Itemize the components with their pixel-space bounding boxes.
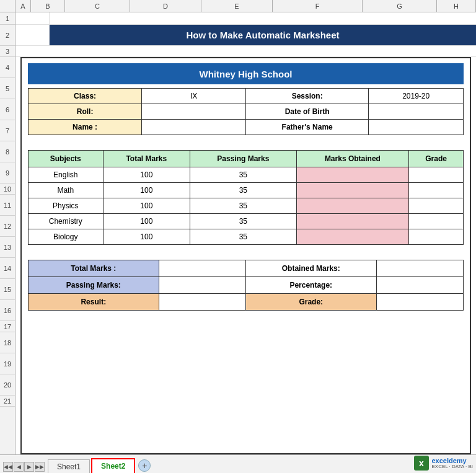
passing-biology: 35 (190, 229, 297, 245)
row-num-7: 7 (0, 120, 15, 141)
grade-chemistry[interactable] (409, 214, 464, 229)
tab-sheet2[interactable]: Sheet2 (91, 458, 135, 473)
col-subjects: Subjects (29, 151, 104, 167)
tab-nav-next[interactable]: ▶ (24, 462, 34, 472)
obtained-physics[interactable] (296, 198, 409, 214)
row-num-6: 6 (0, 99, 15, 120)
session-value: 2019-20 (369, 89, 464, 104)
marks-row-biology: Biology 100 35 (29, 229, 464, 245)
total-marks-label: Total Marks : (29, 260, 159, 277)
grade-biology[interactable] (409, 229, 464, 245)
percentage-value[interactable] (376, 277, 463, 294)
row-num-11: 11 (0, 195, 15, 216)
subject-biology: Biology (29, 229, 104, 245)
logo-icon: x (414, 456, 429, 471)
obtained-chemistry[interactable] (296, 214, 409, 229)
page-title: How to Make Automatic Marksheet (187, 30, 340, 40)
add-tab-button[interactable]: + (138, 459, 151, 472)
col-marks-obtained: Marks Obtained (296, 151, 409, 167)
marks-row-physics: Physics 100 35 (29, 198, 464, 214)
total-physics: 100 (103, 198, 190, 214)
passing-math: 35 (190, 183, 297, 198)
roll-value (142, 104, 246, 120)
row-num-17: 17 (0, 321, 15, 332)
row-numbers: 1 2 3 4 5 6 7 8 9 10 11 12 13 14 15 16 1… (0, 12, 15, 454)
grade-english[interactable] (409, 167, 464, 183)
row-num-18: 18 (0, 332, 15, 353)
school-name: Whitney High School (200, 69, 293, 79)
info-row-2: Roll: Date of Birth (29, 104, 464, 120)
marks-row-english: English 100 35 (29, 167, 464, 183)
row-num-1: 1 (0, 12, 15, 25)
marks-header-row: Subjects Total Marks Passing Marks Marks… (29, 151, 464, 167)
col-header-h: H (437, 0, 476, 12)
tab-nav-last[interactable]: ▶▶ (35, 462, 45, 472)
class-label: Class: (29, 89, 142, 104)
col-total-marks: Total Marks (103, 151, 190, 167)
col-header-c: C (65, 0, 130, 12)
row-num-21: 21 (0, 396, 15, 407)
row-num-3: 3 (0, 46, 15, 57)
row-num-13: 13 (0, 237, 15, 258)
tab-sheet1[interactable]: Sheet1 (48, 459, 90, 473)
subject-chemistry: Chemistry (29, 214, 104, 229)
marks-row-math: Math 100 35 (29, 183, 464, 198)
summary-row-passing: Passing Marks: Percentage: (29, 277, 464, 294)
spreadsheet-content: How to Make Automatic Marksheet Whitney … (15, 12, 476, 454)
passing-marks-value[interactable] (159, 277, 245, 294)
info-row-3: Name : Father's Name (29, 120, 464, 135)
passing-physics: 35 (190, 198, 297, 214)
row-num-16: 16 (0, 300, 15, 321)
tab-sheet2-label: Sheet2 (101, 462, 125, 471)
logo-text: exceldemy (431, 457, 473, 464)
marks-row-chemistry: Chemistry 100 35 (29, 214, 464, 229)
marks-table: Subjects Total Marks Passing Marks Marks… (28, 150, 464, 245)
total-biology: 100 (103, 229, 190, 245)
name-label: Name : (29, 120, 142, 135)
row-num-9: 9 (0, 162, 15, 183)
col-header-g: G (363, 0, 437, 12)
tab-bar: ◀◀ ◀ ▶ ▶▶ Sheet1 Sheet2 + x exceldemy EX… (0, 454, 476, 473)
col-header-b: B (31, 0, 65, 12)
subject-english: English (29, 167, 104, 183)
total-english: 100 (103, 167, 190, 183)
row-num-19: 19 (0, 353, 15, 374)
obtained-marks-value[interactable] (376, 260, 463, 277)
col-header-e: E (201, 0, 273, 12)
row-num-2: 2 (0, 25, 15, 46)
info-table: Class: IX Session: 2019-20 Roll: Date of… (28, 88, 464, 135)
tab-nav-prev[interactable]: ◀ (14, 462, 24, 472)
info-row-1: Class: IX Session: 2019-20 (29, 89, 464, 104)
session-label: Session: (245, 89, 368, 104)
row-1 (15, 12, 476, 25)
grade-math[interactable] (409, 183, 464, 198)
father-label: Father's Name (245, 120, 368, 135)
row-2-title: How to Make Automatic Marksheet (15, 25, 476, 46)
col-grade: Grade (409, 151, 464, 167)
svg-text:x: x (420, 458, 425, 468)
grade-value[interactable] (376, 294, 463, 311)
row-num-5: 5 (0, 78, 15, 99)
corner-cell (0, 0, 15, 12)
row-num-8: 8 (0, 141, 15, 162)
total-marks-value[interactable] (159, 260, 245, 277)
row-num-15: 15 (0, 279, 15, 300)
obtained-math[interactable] (296, 183, 409, 198)
obtained-english[interactable] (296, 167, 409, 183)
tab-nav-first[interactable]: ◀◀ (3, 462, 13, 472)
total-math: 100 (103, 183, 190, 198)
total-chemistry: 100 (103, 214, 190, 229)
result-label: Result: (29, 294, 159, 311)
obtained-biology[interactable] (296, 229, 409, 245)
content-block: Whitney High School Class: IX Session: 2… (20, 57, 471, 454)
row-num-14: 14 (0, 258, 15, 279)
result-value[interactable] (159, 294, 245, 311)
grade-physics[interactable] (409, 198, 464, 214)
subject-physics: Physics (29, 198, 104, 214)
summary-table: Total Marks : Obtained Marks: Passing Ma… (28, 260, 464, 311)
col-header-d: D (130, 0, 201, 12)
row-3 (15, 46, 476, 57)
passing-english: 35 (190, 167, 297, 183)
school-header-row: Whitney High School (28, 63, 464, 84)
col-header-f: F (273, 0, 363, 12)
